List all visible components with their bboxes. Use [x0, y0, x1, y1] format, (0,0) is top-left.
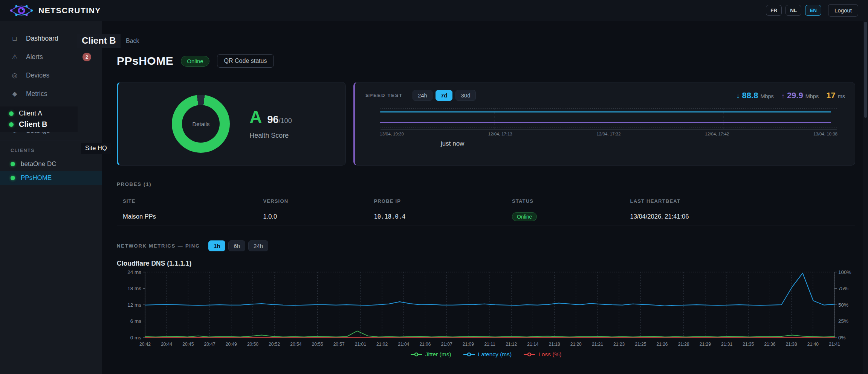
client-switcher-label: Client B: [19, 120, 47, 129]
svg-text:0%: 0%: [838, 335, 846, 341]
qr-code-status-button[interactable]: QR Code status: [217, 54, 274, 68]
legend-marker-icon: [463, 352, 475, 357]
client-switcher-item-b[interactable]: Client B: [9, 119, 78, 130]
latency-unit: ms: [838, 93, 845, 99]
cell-version: 1.0.0: [257, 208, 368, 225]
page-title: PPsHOME: [117, 55, 173, 67]
scrollbar-track[interactable]: [863, 21, 868, 374]
online-status-dot: [9, 111, 14, 116]
column-last-heartbeat: LAST HEARTBEAT: [624, 195, 856, 208]
svg-text:21:18: 21:18: [549, 342, 560, 347]
alert-triangle-icon: ⚠: [11, 53, 19, 61]
speed-chart-x-labels: 13/04, 19:3912/04, 17:1312/04, 17:3212/0…: [380, 132, 837, 136]
sidebar-client-betaone-dc[interactable]: betaOne DC: [0, 157, 102, 171]
svg-text:21:38: 21:38: [786, 342, 797, 347]
sidebar: □ Dashboard ⚠ Alerts 2 ◎ Devices ◆ Metri…: [0, 21, 102, 374]
svg-text:21:20: 21:20: [570, 342, 582, 347]
tab-30d[interactable]: 30d: [455, 90, 475, 101]
tab-7d[interactable]: 7d: [436, 90, 453, 101]
svg-text:20:52: 20:52: [269, 342, 280, 347]
download-value: 88.8: [742, 91, 758, 100]
language-button-nl[interactable]: NL: [785, 5, 801, 16]
speed-x-label: 12/04, 17:42: [705, 132, 729, 136]
ping-range-tabs: 1h 6h 24h: [208, 240, 268, 251]
svg-text:21:21: 21:21: [592, 342, 603, 347]
svg-text:0 ms: 0 ms: [130, 335, 142, 341]
speed-test-range-tabs: 24h 7d 30d: [413, 90, 476, 101]
svg-text:12 ms: 12 ms: [127, 302, 141, 308]
client-label: betaOne DC: [21, 160, 57, 168]
svg-text:21:11: 21:11: [484, 342, 495, 347]
column-status: STATUS: [506, 195, 624, 208]
svg-text:25%: 25%: [838, 318, 848, 324]
svg-text:20:50: 20:50: [247, 342, 258, 347]
tab-6h[interactable]: 6h: [228, 240, 245, 251]
svg-text:20:57: 20:57: [333, 342, 345, 347]
online-status-dot: [11, 162, 15, 166]
language-button-en[interactable]: EN: [805, 5, 821, 16]
upload-arrow-icon: ↑: [781, 92, 785, 100]
upload-unit: Mbps: [805, 93, 819, 99]
svg-text:21:31: 21:31: [721, 342, 732, 347]
speed-test-stats: ↓ 88.8 Mbps ↑ 29.9 Mbps 17 ms: [737, 91, 845, 100]
svg-text:21:04: 21:04: [398, 342, 409, 347]
column-version: VERSION: [257, 195, 368, 208]
details-link[interactable]: Details: [192, 121, 209, 127]
tab-24h-ping[interactable]: 24h: [248, 240, 268, 251]
client-label: PPsHOME: [21, 174, 52, 182]
column-probe-ip: PROBE IP: [368, 195, 506, 208]
probe-status-badge: Online: [512, 212, 537, 221]
online-status-badge: Online: [181, 56, 209, 67]
svg-text:21:36: 21:36: [764, 342, 775, 347]
table-row[interactable]: Maison PPs 1.0.0 10.18.0.4 Online 13/04/…: [117, 208, 855, 225]
legend-item[interactable]: Loss (%): [524, 351, 561, 358]
health-score-max: /100: [279, 117, 292, 125]
svg-text:21:06: 21:06: [419, 342, 431, 347]
speed-test-label: SPEED TEST: [365, 93, 403, 98]
main-content: Back PPsHOME Online QR Code status Detai…: [102, 21, 868, 374]
health-score-card: Details A 96/100 Health Score: [117, 82, 346, 166]
speed-x-label: 12/04, 17:13: [488, 132, 512, 136]
client-b-tooltip: Client B: [77, 34, 121, 48]
sidebar-item-label: Alerts: [26, 53, 43, 61]
sidebar-client-ppshome[interactable]: PPsHOME: [0, 171, 102, 185]
speed-x-label: 13/04, 19:39: [380, 132, 404, 136]
tab-24h[interactable]: 24h: [413, 90, 432, 101]
speed-x-label: 13/04, 10:38: [813, 132, 837, 136]
legend-item[interactable]: Latency (ms): [463, 351, 512, 358]
legend-item[interactable]: Jitter (ms): [411, 351, 451, 358]
probes-table: SITE VERSION PROBE IP STATUS LAST HEARTB…: [117, 195, 855, 225]
svg-text:21:14: 21:14: [527, 342, 538, 347]
latency-value: 17: [826, 91, 835, 100]
column-site: SITE: [117, 195, 257, 208]
sidebar-item-devices[interactable]: ◎ Devices: [0, 66, 102, 85]
svg-text:21:09: 21:09: [463, 342, 474, 347]
legend-marker-icon: [524, 352, 535, 357]
svg-text:21:01: 21:01: [355, 342, 366, 347]
scrollbar-thumb[interactable]: [864, 22, 867, 118]
logout-button[interactable]: Logout: [828, 4, 858, 17]
probes-section-label: PROBES (1): [117, 181, 855, 187]
svg-text:20:45: 20:45: [182, 342, 194, 347]
client-switcher-label: Client A: [19, 109, 42, 117]
metrics-icon: ◆: [11, 90, 19, 98]
sidebar-item-metrics[interactable]: ◆ Metrics: [0, 85, 102, 103]
health-score-caption: Health Score: [249, 132, 292, 140]
legend-label: Latency (ms): [478, 351, 512, 358]
site-hq-tooltip: Site HQ: [81, 143, 111, 154]
svg-text:20:42: 20:42: [139, 342, 151, 347]
alerts-count-badge: 2: [83, 53, 91, 61]
svg-text:21:23: 21:23: [613, 342, 625, 347]
sidebar-item-alerts[interactable]: ⚠ Alerts 2: [0, 48, 102, 66]
language-button-fr[interactable]: FR: [766, 5, 782, 16]
health-score-value: 96: [267, 114, 279, 125]
tab-1h[interactable]: 1h: [208, 240, 226, 251]
client-switcher-item-a[interactable]: Client A: [9, 108, 78, 119]
speed-test-timestamp: just now: [441, 140, 845, 147]
svg-text:21:07: 21:07: [441, 342, 452, 347]
svg-text:20:55: 20:55: [312, 342, 323, 347]
svg-text:21:12: 21:12: [506, 342, 517, 347]
legend-label: Jitter (ms): [425, 351, 451, 358]
health-score-donut: Details: [172, 95, 230, 153]
back-link[interactable]: Back: [126, 38, 139, 44]
